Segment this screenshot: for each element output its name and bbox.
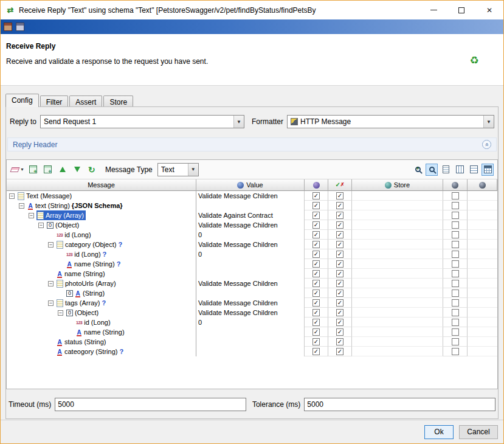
collapse-node-icon[interactable]: − xyxy=(9,193,15,199)
checkbox[interactable]: ✓ xyxy=(336,260,343,268)
value-cell[interactable]: Validate Message Children xyxy=(196,220,305,230)
checkbox[interactable]: ✓ xyxy=(312,280,320,287)
strip-icon-1[interactable] xyxy=(4,23,12,31)
tolerance-input[interactable] xyxy=(304,398,495,411)
tab-config[interactable]: Config xyxy=(5,94,39,107)
checkbox[interactable]: ✓ xyxy=(312,260,320,268)
table-view-button[interactable] xyxy=(482,164,494,176)
checkbox[interactable]: ✓ xyxy=(336,348,343,355)
store-cell[interactable] xyxy=(352,347,443,356)
checkbox[interactable]: ✓ xyxy=(312,192,320,199)
tree-node-label[interactable]: Acateogory (String)? xyxy=(56,347,125,356)
tree-node-label[interactable]: Aname (String) xyxy=(75,327,126,337)
refresh-button[interactable]: ↻ xyxy=(86,164,98,176)
checkbox[interactable]: ✓ xyxy=(312,319,320,326)
value-cell[interactable] xyxy=(196,269,305,279)
checkbox[interactable]: ✓ xyxy=(312,241,320,248)
checkbox[interactable] xyxy=(452,212,459,219)
checkbox[interactable]: ✓ xyxy=(336,319,343,326)
checkbox[interactable] xyxy=(452,290,459,297)
tab-store[interactable]: Store xyxy=(103,95,133,107)
checkbox[interactable]: ✓ xyxy=(336,192,343,199)
store-cell[interactable] xyxy=(352,220,443,230)
checkbox[interactable]: ✓ xyxy=(312,290,320,297)
zoom-button[interactable] xyxy=(412,164,424,176)
checkbox[interactable] xyxy=(452,348,459,355)
checkbox[interactable]: ✓ xyxy=(336,270,343,277)
tree-node-label[interactable]: 0(Object) xyxy=(66,308,100,317)
text-view-button[interactable] xyxy=(440,164,452,176)
value-cell[interactable] xyxy=(196,347,305,356)
checkbox[interactable]: ✓ xyxy=(336,221,343,229)
tree-node-label[interactable]: tags (Array)? xyxy=(56,298,108,308)
value-cell[interactable]: Validate Message Children xyxy=(196,240,305,249)
checkbox[interactable] xyxy=(452,280,459,287)
checkbox[interactable]: ✓ xyxy=(336,231,343,238)
clear-button[interactable]: ▼ xyxy=(10,164,25,176)
checkbox[interactable]: ✓ xyxy=(312,309,320,316)
cancel-button[interactable]: Cancel xyxy=(459,425,498,439)
checkbox[interactable]: ✓ xyxy=(336,212,343,219)
store-cell[interactable] xyxy=(352,230,443,240)
value-cell[interactable] xyxy=(196,201,305,210)
strip-icon-2[interactable] xyxy=(16,23,24,31)
tree-node-label[interactable]: Array (Array) xyxy=(36,210,86,220)
store-cell[interactable] xyxy=(352,240,443,249)
checkbox[interactable] xyxy=(452,270,459,277)
checkbox[interactable] xyxy=(452,241,459,248)
row-view-button[interactable] xyxy=(468,164,480,176)
checkbox[interactable]: ✓ xyxy=(312,348,320,355)
copy-element-button[interactable] xyxy=(42,164,54,176)
tree-node-label[interactable]: 0(Object) xyxy=(46,220,81,230)
store-cell[interactable] xyxy=(352,249,443,259)
value-cell[interactable]: Validate Message Children xyxy=(196,298,305,308)
checkbox[interactable]: ✓ xyxy=(312,299,320,307)
value-cell[interactable] xyxy=(196,337,305,347)
store-cell[interactable] xyxy=(352,201,443,210)
tree-node-label[interactable]: 123id (Long) xyxy=(56,230,93,240)
checkbox[interactable]: ✓ xyxy=(336,309,343,316)
checkbox[interactable]: ✓ xyxy=(312,328,320,336)
value-cell[interactable]: 0 xyxy=(196,249,305,259)
tree-node-label[interactable]: 0A(String) xyxy=(66,288,106,298)
move-up-button[interactable] xyxy=(57,164,69,176)
store-cell[interactable] xyxy=(352,298,443,308)
column-view-button[interactable] xyxy=(454,164,466,176)
checkbox[interactable]: ✓ xyxy=(312,202,320,209)
value-cell[interactable]: Validate Message Children xyxy=(196,279,305,288)
tree-node-label[interactable]: Aname (String) xyxy=(56,269,107,279)
collapse-node-icon[interactable]: − xyxy=(19,203,24,209)
store-cell[interactable] xyxy=(352,327,443,337)
tree-node-label[interactable]: category (Object)? xyxy=(56,240,124,249)
reply-to-select[interactable]: Send Request 1 ▼ xyxy=(40,115,244,128)
store-cell[interactable] xyxy=(352,210,443,220)
checkbox[interactable]: ✓ xyxy=(312,338,320,345)
checkbox[interactable]: ✓ xyxy=(312,251,320,258)
tree-node-label[interactable]: Atext (String){JSON Schema} xyxy=(27,201,125,210)
checkbox[interactable]: ✓ xyxy=(336,328,343,336)
tree-node-label[interactable]: 123id (Long)? xyxy=(66,249,108,259)
collapse-node-icon[interactable]: − xyxy=(29,213,34,218)
tree-node-label[interactable]: Text (Message) xyxy=(17,191,74,201)
collapse-node-icon[interactable]: − xyxy=(38,223,44,228)
collapse-node-icon[interactable]: − xyxy=(48,281,54,286)
checkbox[interactable]: ✓ xyxy=(336,202,343,209)
formatter-select[interactable]: HTTP Message ▼ xyxy=(287,115,494,128)
store-cell[interactable] xyxy=(352,191,443,201)
checkbox[interactable]: ✓ xyxy=(312,231,320,238)
collapse-node-icon[interactable]: − xyxy=(48,300,54,306)
ok-button[interactable]: Ok xyxy=(424,425,454,439)
checkbox[interactable] xyxy=(452,231,459,238)
checkbox[interactable] xyxy=(452,251,459,258)
tree-node-label[interactable]: 123id (Long) xyxy=(75,317,112,327)
checkbox[interactable]: ✓ xyxy=(336,251,343,258)
checkbox[interactable] xyxy=(452,221,459,229)
checkbox[interactable] xyxy=(452,319,459,326)
find-button[interactable] xyxy=(426,164,438,176)
move-down-button[interactable] xyxy=(71,164,83,176)
checkbox[interactable]: ✓ xyxy=(336,290,343,297)
tree-node-label[interactable]: photoUrls (Array) xyxy=(56,279,118,288)
value-cell[interactable]: Validate Message Children xyxy=(196,191,305,201)
store-cell[interactable] xyxy=(352,308,443,317)
store-cell[interactable] xyxy=(352,269,443,279)
